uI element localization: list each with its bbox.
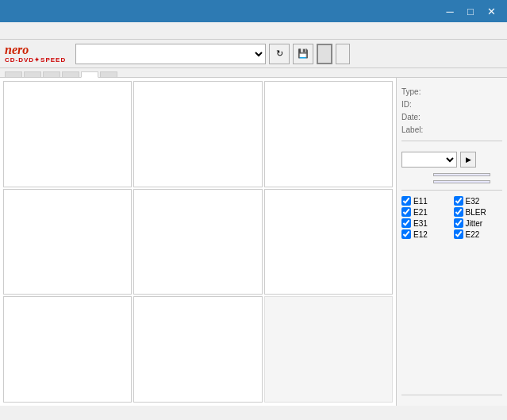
checkbox-jitter-label: Jitter: [466, 219, 483, 228]
tab-create-disc[interactable]: [24, 71, 41, 77]
start-value: [433, 173, 490, 176]
nero-brand: nero: [5, 44, 29, 56]
disc-label-key: Label:: [401, 125, 430, 134]
speed-select[interactable]: [401, 152, 457, 168]
menu-help[interactable]: [41, 29, 54, 33]
chart-empty: [264, 296, 393, 403]
end-value: [433, 180, 490, 183]
checkbox-e12-row: E12: [401, 229, 451, 239]
title-bar: ─ □ ✕: [0, 0, 507, 22]
chart-bler: [3, 296, 132, 403]
checkbox-e32-row: E32: [454, 196, 503, 206]
checkbox-jitter[interactable]: [454, 218, 463, 228]
tab-disc-info[interactable]: [43, 71, 60, 77]
save-icon-button[interactable]: 💾: [293, 44, 313, 64]
tabs-bar: [0, 68, 507, 78]
charts-area: [0, 78, 396, 406]
speed-icon-button[interactable]: ▶: [460, 152, 476, 168]
maximize-button[interactable]: □: [461, 3, 480, 19]
start-key: [401, 173, 430, 176]
start-row: [401, 173, 502, 176]
checkbox-e12-label: E12: [413, 230, 428, 239]
chart-e31: [264, 81, 393, 187]
menu-file[interactable]: [3, 29, 16, 33]
menu-run-test[interactable]: [16, 29, 29, 33]
chart-e12: [3, 189, 132, 295]
checkbox-e32[interactable]: [454, 196, 463, 206]
speed-row: ▶: [401, 152, 502, 168]
disc-id-key: ID:: [401, 100, 430, 109]
checkboxes-grid: E11 E32 E21 BLER E31 Jitter: [401, 196, 502, 240]
checkbox-e12[interactable]: [401, 229, 411, 239]
tab-advanced-disc-quality[interactable]: [81, 71, 98, 78]
checkbox-bler-label: BLER: [466, 208, 486, 217]
drive-select[interactable]: [75, 44, 266, 64]
checkbox-bler[interactable]: [454, 207, 463, 217]
refresh-icon-button[interactable]: ↻: [269, 44, 290, 64]
chart-jitter: [133, 296, 262, 403]
chart-e22: [133, 189, 262, 295]
chart-e32: [264, 189, 393, 295]
end-row: [401, 180, 502, 183]
nero-logo: nero CD-DVD✦SPEED: [5, 44, 66, 64]
checkbox-e11[interactable]: [401, 196, 411, 206]
checkbox-e21-row: E21: [401, 207, 451, 217]
close-button[interactable]: ✕: [482, 3, 501, 19]
nero-sub: CD-DVD✦SPEED: [5, 56, 66, 64]
disc-date-key: Date:: [401, 113, 430, 121]
tab-disc-quality[interactable]: [62, 71, 79, 77]
checkbox-bler-row: BLER: [454, 207, 503, 217]
checkbox-e32-label: E32: [466, 197, 480, 206]
right-panel: Type: ID: Date: Label: ▶: [396, 78, 507, 406]
checkbox-e21-label: E21: [413, 208, 428, 217]
progress-section: [401, 395, 502, 401]
disc-id-row: ID:: [401, 100, 502, 109]
checkbox-e31[interactable]: [401, 218, 411, 228]
menu-bar: [0, 22, 507, 40]
checkbox-e21[interactable]: [401, 207, 411, 217]
disc-date-row: Date:: [401, 113, 502, 121]
exit-button[interactable]: [336, 44, 350, 64]
disc-label-row: Label:: [401, 125, 502, 134]
tab-scan-disc[interactable]: [100, 71, 117, 77]
spacer: [401, 246, 502, 391]
checkbox-e11-label: E11: [413, 197, 428, 206]
checkbox-e31-label: E31: [413, 219, 428, 228]
menu-extra[interactable]: [29, 29, 41, 33]
checkbox-jitter-row: Jitter: [454, 218, 503, 228]
disc-type-key: Type:: [401, 87, 430, 96]
checkbox-e22-label: E22: [466, 230, 480, 239]
disc-type-row: Type:: [401, 87, 502, 96]
end-key: [401, 180, 430, 183]
checkbox-e31-row: E31: [401, 218, 451, 228]
checkbox-e22-row: E22: [454, 229, 503, 239]
chart-e21: [133, 81, 262, 187]
title-bar-controls: ─ □ ✕: [440, 3, 501, 19]
minimize-button[interactable]: ─: [440, 3, 459, 19]
chart-e11: [3, 81, 132, 187]
toolbar: nero CD-DVD✦SPEED ↻ 💾: [0, 40, 507, 68]
checkbox-e11-row: E11: [401, 196, 451, 206]
checkbox-e22[interactable]: [454, 229, 463, 239]
stop-button[interactable]: [317, 44, 332, 64]
main-content: Type: ID: Date: Label: ▶: [0, 78, 507, 406]
tab-benchmark[interactable]: [5, 71, 22, 77]
